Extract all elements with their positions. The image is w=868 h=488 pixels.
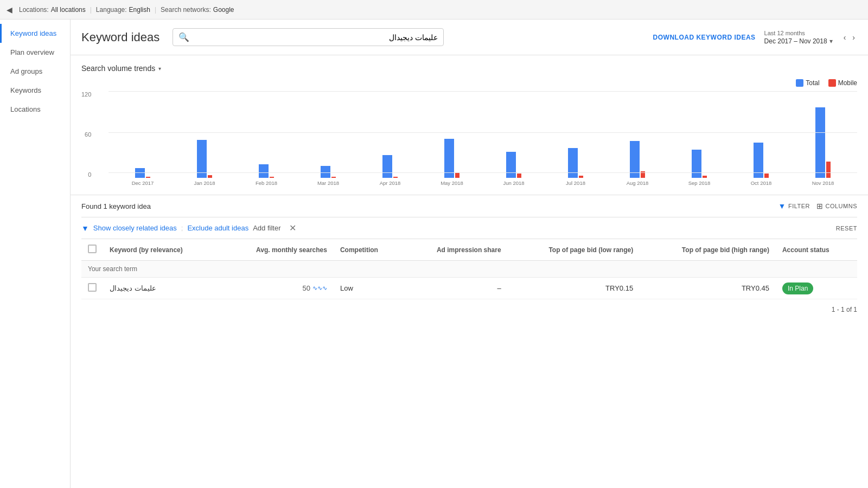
reset-button[interactable]: RESET	[836, 225, 857, 232]
search-icon: 🔍	[178, 32, 189, 42]
columns-label: COLUMNS	[825, 203, 857, 209]
chart-section: Search volume trends ▾ Total Mobile 120 …	[71, 55, 868, 195]
legend-total: Total	[796, 79, 819, 87]
th-top-bid-low: Top of page bid (low range)	[508, 239, 640, 261]
chart-title-dropdown[interactable]: Search volume trends ▾	[81, 64, 857, 73]
sidebar: Keyword ideas Plan overview Ad groups Ke…	[0, 20, 71, 488]
sidebar-item-plan-overview[interactable]: Plan overview	[0, 43, 70, 62]
keyword-text: عليمات ديجيدال	[110, 284, 156, 292]
columns-button[interactable]: ⊞ COLUMNS	[816, 202, 857, 210]
filter-button[interactable]: ▼ FILTER	[778, 202, 810, 210]
th-account-status: Account status	[776, 239, 857, 261]
next-period-button[interactable]: ›	[850, 32, 857, 43]
header-actions: ▼ FILTER ⊞ COLUMNS	[778, 202, 857, 210]
bar-red	[331, 177, 336, 178]
grid-lines	[108, 91, 857, 173]
select-all-checkbox[interactable]	[88, 245, 97, 253]
bar-red	[703, 176, 707, 178]
top-bid-high-cell: TRY0.45	[640, 278, 776, 299]
chart-title-text: Search volume trends	[81, 64, 155, 73]
x-label: May 2018	[422, 180, 482, 186]
nav-arrows: ‹ ›	[841, 32, 857, 43]
table-header-row: Keyword (by relevance) Avg. monthly sear…	[81, 239, 857, 261]
mini-trend-line: ∿∿∿	[312, 285, 327, 292]
grid-line-top	[108, 91, 857, 92]
filter-bar: ▼ Show closely related ideas ; Exclude a…	[81, 217, 857, 239]
date-dropdown-icon[interactable]: ▾	[829, 37, 833, 45]
legend-total-color	[796, 79, 803, 87]
sep1: |	[90, 6, 92, 14]
x-label: Jan 2018	[175, 180, 234, 186]
sidebar-item-keywords[interactable]: Keywords	[0, 81, 70, 100]
chart-legend: Total Mobile	[81, 79, 857, 87]
sidebar-item-ad-groups[interactable]: Ad groups	[0, 62, 70, 81]
y-label-60: 60	[85, 131, 91, 138]
language-label: Language:	[96, 6, 127, 14]
bar-red	[146, 177, 150, 178]
filter-funnel-icon: ▼	[81, 224, 89, 233]
keywords-count: Found 1 keyword idea	[81, 202, 151, 210]
legend-mobile-label: Mobile	[838, 79, 857, 87]
pagination: 1 - 1 of 1	[81, 299, 857, 320]
main-header: Keyword ideas 🔍 DOWNLOAD KEYWORD IDEAS L…	[71, 20, 868, 55]
x-label: Jul 2018	[546, 180, 605, 186]
grid-line-mid	[108, 132, 857, 133]
th-avg-monthly: Avg. monthly searches	[220, 239, 334, 261]
x-label: Jun 2018	[484, 180, 544, 186]
sidebar-item-keyword-ideas[interactable]: Keyword ideas	[0, 24, 70, 43]
section-label: Your search term	[81, 261, 857, 278]
table-section-header: Your search term	[81, 261, 857, 278]
prev-period-button[interactable]: ‹	[841, 32, 848, 43]
filter-icon: ▼	[778, 202, 786, 210]
sidebar-item-locations[interactable]: Locations	[0, 100, 70, 119]
back-button[interactable]: ◀	[7, 5, 12, 14]
network-value: Google	[213, 6, 234, 14]
sep2: |	[155, 6, 156, 14]
x-label: Oct 2018	[731, 180, 791, 186]
th-competition: Competition	[334, 239, 403, 261]
y-label-120: 120	[81, 91, 91, 98]
exclude-adult-link[interactable]: Exclude adult ideas	[187, 224, 248, 232]
row-checkbox[interactable]	[88, 283, 97, 292]
bar-red	[208, 175, 212, 178]
table-container: Keyword (by relevance) Avg. monthly sear…	[81, 239, 857, 320]
filter-label: FILTER	[788, 203, 810, 209]
legend-mobile: Mobile	[828, 79, 857, 87]
avg-monthly-value: 50	[302, 284, 310, 292]
search-box: 🔍	[173, 28, 444, 46]
bar-red	[393, 177, 398, 178]
network-label: Search networks:	[161, 6, 211, 14]
topbar: ◀ Locations: All locations | Language: E…	[0, 0, 868, 20]
x-labels: Dec 2017Jan 2018Feb 2018Mar 2018Apr 2018…	[108, 178, 857, 186]
search-input[interactable]	[194, 33, 438, 42]
bar-red	[764, 174, 769, 178]
download-keyword-ideas-button[interactable]: DOWNLOAD KEYWORD IDEAS	[653, 34, 756, 41]
grid-line-bottom	[108, 172, 857, 173]
bar-red	[579, 176, 583, 178]
competition-cell: Low	[334, 278, 403, 299]
in-plan-badge: In Plan	[782, 282, 813, 294]
main-content: Keyword ideas 🔍 DOWNLOAD KEYWORD IDEAS L…	[71, 20, 868, 488]
chart-dropdown-icon: ▾	[158, 66, 161, 72]
x-label: Aug 2018	[608, 180, 667, 186]
location-label: Locations:	[19, 6, 49, 14]
date-range-label: Last 12 months	[764, 30, 805, 36]
account-status-cell: In Plan	[776, 278, 857, 299]
bar-red	[517, 174, 521, 178]
y-label-0: 0	[88, 171, 91, 178]
keywords-table: Keyword (by relevance) Avg. monthly sear…	[81, 239, 857, 299]
keywords-section: Found 1 keyword idea ▼ FILTER ⊞ COLUMNS …	[71, 195, 868, 320]
bar-red	[455, 172, 459, 178]
bar-chart: 120 60 0 Dec 2017Jan 2018Feb 2018Mar 201…	[108, 91, 857, 186]
x-label: Apr 2018	[360, 180, 420, 186]
keyword-cell: عليمات ديجيدال	[103, 278, 220, 299]
bar-red	[270, 177, 274, 178]
x-label: Nov 2018	[793, 180, 853, 186]
close-filters-button[interactable]: ✕	[289, 223, 296, 233]
legend-mobile-color	[828, 79, 836, 87]
page-title: Keyword ideas	[81, 30, 159, 44]
add-filter-button[interactable]: Add filter	[253, 224, 280, 232]
show-related-link[interactable]: Show closely related ideas	[93, 224, 177, 232]
th-top-bid-high: Top of page bid (high range)	[640, 239, 776, 261]
row-checkbox-cell	[81, 278, 103, 299]
